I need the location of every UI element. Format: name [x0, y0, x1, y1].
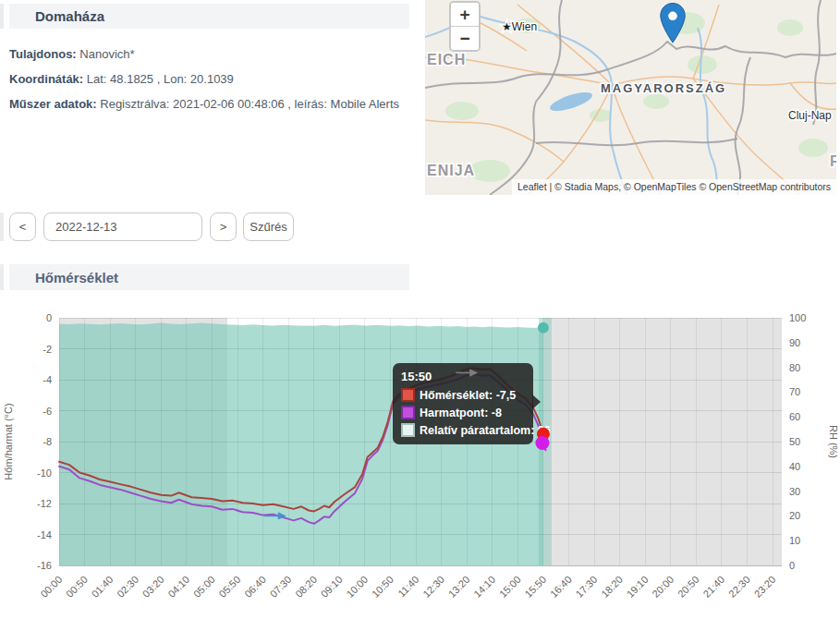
attribution-text: Leaflet | © Stadia Maps, © OpenMapTiles …	[517, 181, 831, 192]
x-tick-label: 05:50	[216, 574, 242, 600]
y-right-tick-label: 80	[789, 362, 800, 373]
panel-edge	[0, 4, 4, 29]
station-title-bar: Domaháza	[9, 4, 409, 29]
zoom-out-button[interactable]: −	[451, 27, 479, 50]
x-tick-label: 11:40	[396, 574, 420, 599]
x-tick-label: 02:30	[115, 574, 140, 600]
map-marker-icon[interactable]	[660, 3, 686, 43]
x-tick-label: 00:00	[38, 574, 64, 600]
y-right-tick-label: 20	[789, 510, 800, 521]
humidity-swatch-icon	[401, 423, 415, 437]
map-label: EICH	[427, 52, 466, 67]
tooltip-time: 15:50	[401, 370, 525, 383]
map-label: Cluj-Nap	[788, 109, 832, 122]
y-left-tick-label: -14	[37, 529, 52, 540]
x-tick-label: 21:40	[700, 574, 726, 600]
x-tick-label: 00:50	[64, 574, 90, 600]
y-left-tick-label: -2	[43, 344, 52, 355]
tooltip-dewpoint-text: Harmatpont: -8	[420, 407, 502, 419]
y-right-tick-label: 10	[789, 535, 800, 546]
x-tick-label: 13:20	[446, 574, 472, 600]
x-tick-label: 08:20	[293, 574, 319, 600]
y-left-tick-label: -16	[37, 560, 52, 571]
tooltip-row-humidity: Relatív páratartalom: 96	[401, 423, 525, 437]
device-value: Regisztrálva: 2021-02-06 00:48:06 , leír…	[100, 97, 399, 111]
coordinates-label: Koordináták:	[9, 72, 83, 86]
tooltip-row-temperature: Hőmérséklet: -7,5	[401, 388, 525, 402]
tooltip-row-dewpoint: Harmatpont: -8	[401, 406, 525, 419]
map-label: ENIJA	[427, 163, 475, 178]
map-label: ★Wien	[502, 20, 537, 33]
chart-tooltip: 15:50 Hőmérséklet: -7,5 Harmatpont: -8 R…	[393, 363, 533, 444]
y-right-tick-label: 50	[789, 436, 800, 447]
x-tick-label: 19:10	[625, 574, 651, 600]
zoom-in-button[interactable]: +	[451, 3, 479, 27]
tooltip-temperature-text: Hőmérséklet: -7,5	[420, 389, 516, 402]
device-line: Műszer adatok: Regisztrálva: 2021-02-06 …	[9, 97, 399, 111]
y-right-tick-label: 60	[789, 411, 800, 422]
x-tick-label: 03:20	[140, 574, 166, 600]
y-right-tick-label: 70	[789, 386, 800, 397]
y-right-tick-label: 0	[789, 560, 795, 571]
map-zoom-control: + −	[449, 1, 481, 52]
x-tick-label: 15:00	[497, 574, 523, 600]
page-title: Domaháza	[35, 8, 104, 24]
section-title: Hőmérséklet	[35, 270, 118, 285]
y-left-axis-title: Hőm/harmat (°C)	[3, 403, 14, 479]
owner-value: Nanovich*	[79, 47, 134, 61]
filter-button[interactable]: Szűrés	[243, 212, 294, 241]
owner-line: Tulajdonos: Nanovich*	[9, 47, 135, 61]
y-left-tick-label: -6	[43, 406, 52, 417]
x-tick-label: 06:40	[242, 574, 268, 600]
x-tick-label: 22:30	[726, 574, 752, 600]
y-left-tick-label: -4	[43, 374, 52, 385]
temperature-swatch-icon	[401, 388, 415, 402]
coordinates-value: Lat: 48.1825 , Lon: 20.1039	[87, 72, 234, 86]
date-input[interactable]	[43, 212, 202, 241]
x-tick-label: 20:00	[650, 574, 676, 600]
prev-day-button[interactable]: <	[9, 212, 36, 241]
y-right-tick-label: 40	[789, 461, 800, 472]
map-label: R	[830, 153, 836, 169]
y-left-tick-label: 0	[46, 312, 52, 323]
x-tick-label: 05:00	[191, 574, 217, 600]
map-tiles: ★WienEICHMAGYARORSZÁGCluj-NapENIJAR	[425, 0, 836, 195]
x-tick-label: 20:50	[676, 574, 701, 600]
y-left-tick-label: -10	[37, 467, 52, 479]
section-header: Hőmérséklet	[9, 264, 409, 290]
device-label: Műszer adatok:	[9, 97, 97, 111]
x-tick-label: 10:50	[370, 574, 396, 600]
x-tick-label: 10:00	[344, 574, 370, 600]
x-tick-label: 07:30	[268, 574, 294, 600]
y-left-tick-label: -8	[43, 436, 52, 447]
temperature-chart[interactable]: 0-2-4-6-8-10-12-14-161009080706050403020…	[0, 305, 840, 619]
x-tick-label: 01:40	[90, 574, 116, 600]
coordinates-line: Koordináták: Lat: 48.1825 , Lon: 20.1039	[9, 72, 234, 86]
dewpoint-swatch-icon	[401, 406, 415, 419]
x-tick-label: 18:20	[599, 574, 625, 600]
x-tick-label: 23:20	[752, 574, 778, 600]
y-right-tick-label: 90	[789, 337, 800, 348]
x-tick-label: 12:30	[420, 574, 446, 600]
y-left-tick-label: -12	[37, 498, 52, 509]
weather-station-page: Domaháza Tulajdonos: Nanovich* Koordinát…	[0, 0, 840, 619]
x-tick-label: 04:10	[165, 574, 191, 600]
leaflet-map[interactable]: ★WienEICHMAGYARORSZÁGCluj-NapENIJAR + − …	[425, 0, 836, 195]
tooltip-humidity-text: Relatív páratartalom: 96	[420, 424, 551, 437]
panel-edge	[0, 264, 4, 290]
x-tick-label: 17:30	[574, 574, 600, 600]
next-day-button[interactable]: >	[210, 212, 237, 241]
x-tick-label: 15:50	[522, 574, 548, 600]
owner-label: Tulajdonos:	[9, 47, 77, 61]
map-label: MAGYARORSZÁG	[601, 81, 726, 95]
x-tick-label: 14:10	[471, 574, 497, 600]
y-right-tick-label: 100	[789, 312, 806, 323]
y-right-tick-label: 30	[789, 486, 800, 497]
y-right-axis-title: RH (%)	[828, 425, 839, 458]
x-tick-label: 16:40	[548, 574, 574, 600]
x-tick-label: 09:10	[319, 574, 345, 600]
panel-edge	[0, 212, 4, 241]
map-attribution[interactable]: Leaflet | © Stadia Maps, © OpenMapTiles …	[512, 179, 836, 195]
